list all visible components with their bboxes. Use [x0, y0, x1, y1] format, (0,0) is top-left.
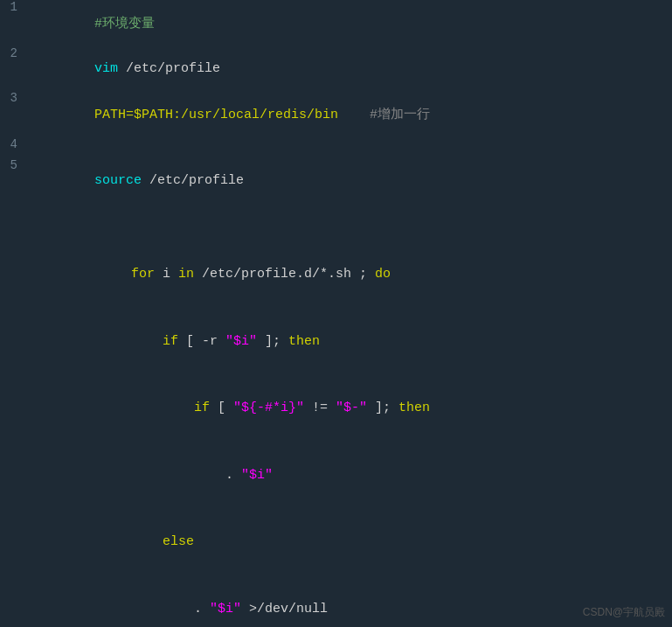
line-num-5: 5: [0, 158, 28, 172]
line-num-1: 1: [0, 0, 28, 14]
line-content-1: #环境变量: [28, 0, 672, 46]
middle-section: for i in /etc/profile.d/*.sh ; do if [ -…: [0, 203, 672, 627]
line-content-2: vim /etc/profile: [28, 46, 672, 91]
watermark: CSDN@宇航员殿: [583, 605, 665, 620]
else-line: else: [131, 531, 672, 554]
code-line-5: 5 source /etc/profile: [0, 158, 672, 203]
path-source: /etc/profile: [142, 173, 244, 188]
for-line: for i in /etc/profile.d/*.sh ; do: [131, 263, 672, 286]
code-line-4: 4: [0, 137, 672, 158]
code-line-1: 1 #环境变量: [0, 0, 672, 46]
code-line-3: 3 PATH=$PATH:/usr/local/redis/bin #增加一行: [0, 91, 672, 137]
line-num-2: 2: [0, 46, 28, 60]
dot1-line: . "$i": [131, 464, 672, 487]
if1-line: if [ -r "$i" ]; then: [131, 331, 672, 353]
keyword-source: source: [94, 173, 142, 188]
keyword-vim: vim: [94, 61, 118, 76]
line-numbered-section: 1 #环境变量 2 vim /etc/profile 3 PATH=$PATH:…: [0, 0, 672, 203]
code-line-2: 2 vim /etc/profile: [0, 46, 672, 91]
line-num-3: 3: [0, 91, 28, 105]
top-code-block: 1 #环境变量 2 vim /etc/profile 3 PATH=$PATH:…: [0, 0, 672, 203]
if2-line: if [ "${-#*i}" != "$-" ]; then: [131, 397, 672, 420]
var-path-line: PATH=$PATH:/usr/local/redis/bin: [94, 108, 338, 122]
line-content-3: PATH=$PATH:/usr/local/redis/bin #增加一行: [28, 91, 672, 137]
line-content-5: source /etc/profile: [28, 158, 672, 203]
file-content-block: for i in /etc/profile.d/*.sh ; do if [ -…: [131, 219, 672, 627]
comment-span-1: #环境变量: [94, 17, 155, 31]
line-num-4: 4: [0, 137, 28, 151]
path-vim: /etc/profile: [118, 61, 220, 76]
comment-add-line: #增加一行: [338, 108, 430, 122]
